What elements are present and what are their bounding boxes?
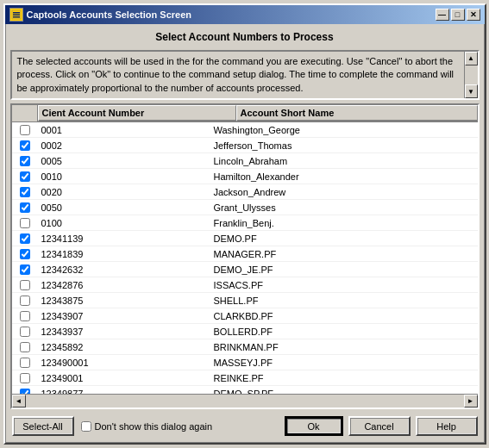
- svg-rect-1: [13, 12, 20, 14]
- scroll-up-arrow[interactable]: ▲: [465, 52, 478, 65]
- table-row[interactable]: 12341839MANAGER.PF: [12, 246, 478, 262]
- row-account-name: Grant_Ulysses: [210, 202, 478, 213]
- row-account-number: 12341139: [38, 233, 210, 244]
- row-checkbox-cell[interactable]: [12, 296, 38, 306]
- row-checkbox[interactable]: [20, 233, 30, 244]
- row-account-name: Washington_George: [210, 125, 478, 135]
- row-checkbox[interactable]: [20, 358, 30, 368]
- row-checkbox[interactable]: [20, 249, 30, 259]
- row-checkbox[interactable]: [20, 125, 30, 135]
- table-row[interactable]: 12343875SHELL.PF: [12, 293, 478, 308]
- table-row[interactable]: 12343937BOLLERD.PF: [12, 324, 478, 339]
- row-account-name: CLARKBD.PF: [210, 311, 478, 321]
- table-row[interactable]: 12345892BRINKMAN.PF: [12, 339, 478, 355]
- row-account-number: 0050: [38, 202, 210, 213]
- dont-show-text: Don't show this dialog again: [95, 421, 213, 432]
- maximize-button[interactable]: □: [451, 9, 465, 21]
- row-checkbox[interactable]: [20, 327, 30, 337]
- row-account-name: Jackson_Andrew: [210, 187, 478, 197]
- row-checkbox-cell[interactable]: [12, 264, 38, 275]
- table-row[interactable]: 0005Lincoln_Abraham: [12, 153, 478, 169]
- row-checkbox[interactable]: [20, 171, 30, 182]
- table-row[interactable]: 12342876ISSACS.PF: [12, 277, 478, 293]
- footer: Select-All Don't show this dialog again …: [10, 413, 480, 438]
- row-account-number: 12342632: [38, 264, 210, 275]
- row-checkbox-cell[interactable]: [12, 202, 38, 213]
- info-panel: The selected accounts will be used in th…: [10, 50, 480, 100]
- row-account-name: DEMO.PF: [210, 233, 478, 244]
- row-checkbox[interactable]: [20, 140, 30, 151]
- table-row[interactable]: 0001Washington_George: [12, 122, 478, 138]
- dont-show-label[interactable]: Don't show this dialog again: [81, 421, 213, 432]
- close-button[interactable]: ✕: [467, 9, 480, 21]
- col-header-name[interactable]: Account Short Name: [236, 105, 478, 121]
- row-checkbox[interactable]: [20, 202, 30, 213]
- row-checkbox-cell[interactable]: [12, 125, 38, 135]
- dont-show-checkbox[interactable]: [81, 421, 91, 432]
- row-checkbox[interactable]: [20, 311, 30, 321]
- list-header: Cient Account Number Account Short Name: [12, 105, 478, 122]
- row-account-number: 123490001: [38, 358, 210, 368]
- row-checkbox[interactable]: [20, 218, 30, 228]
- svg-rect-3: [13, 16, 20, 18]
- accounts-list-scroll[interactable]: 0001Washington_George0002Jefferson_Thoma…: [12, 122, 478, 394]
- table-row[interactable]: 0010Hamilton_Alexander: [12, 169, 478, 184]
- row-checkbox-cell[interactable]: [12, 249, 38, 259]
- cancel-button[interactable]: Cancel: [348, 416, 411, 436]
- table-row[interactable]: 0020Jackson_Andrew: [12, 184, 478, 200]
- horizontal-scrollbar: ◄ ►: [12, 394, 478, 408]
- row-checkbox-cell[interactable]: [12, 233, 38, 244]
- hscroll-track[interactable]: [26, 395, 464, 408]
- row-checkbox[interactable]: [20, 342, 30, 352]
- row-checkbox-cell[interactable]: [12, 358, 38, 368]
- info-text: The selected accounts will be used in th…: [17, 56, 455, 93]
- table-row[interactable]: 123490001MASSEYJ.PF: [12, 355, 478, 370]
- window-title: Captools Accounts Selection Screen: [27, 9, 192, 20]
- row-account-name: BOLLERD.PF: [210, 327, 478, 337]
- row-checkbox-cell[interactable]: [12, 280, 38, 290]
- window-icon: [9, 8, 23, 22]
- row-checkbox-cell[interactable]: [12, 171, 38, 182]
- hscroll-right-arrow[interactable]: ►: [464, 395, 478, 408]
- help-button[interactable]: Help: [416, 416, 478, 436]
- hscroll-left-arrow[interactable]: ◄: [12, 395, 26, 408]
- row-checkbox[interactable]: [20, 264, 30, 275]
- row-checkbox[interactable]: [20, 373, 30, 383]
- select-all-button[interactable]: Select-All: [12, 416, 74, 436]
- table-row[interactable]: 0002Jefferson_Thomas: [12, 138, 478, 153]
- table-row[interactable]: 12349877DEMO_SP.PF: [12, 386, 478, 394]
- row-checkbox-cell[interactable]: [12, 156, 38, 166]
- row-checkbox-cell[interactable]: [12, 187, 38, 197]
- row-account-number: 12341839: [38, 249, 210, 259]
- row-checkbox-cell[interactable]: [12, 140, 38, 151]
- window-content: Select Account Numbers to Process The se…: [5, 24, 485, 443]
- table-row[interactable]: 12343907CLARKBD.PF: [12, 308, 478, 324]
- table-row[interactable]: 0050Grant_Ulysses: [12, 200, 478, 215]
- row-account-name: Jefferson_Thomas: [210, 140, 478, 151]
- row-checkbox[interactable]: [20, 187, 30, 197]
- row-account-number: 0001: [38, 125, 210, 135]
- row-checkbox[interactable]: [20, 296, 30, 306]
- row-account-name: MASSEYJ.PF: [210, 358, 478, 368]
- col-header-account[interactable]: Cient Account Number: [38, 105, 236, 121]
- row-checkbox-cell[interactable]: [12, 311, 38, 321]
- table-row[interactable]: 0100Franklin_Benj.: [12, 215, 478, 231]
- title-bar: Captools Accounts Selection Screen — □ ✕: [5, 5, 485, 24]
- main-window: Captools Accounts Selection Screen — □ ✕…: [3, 3, 486, 445]
- row-account-name: MANAGER.PF: [210, 249, 478, 259]
- row-checkbox[interactable]: [20, 156, 30, 166]
- row-account-number: 12343907: [38, 311, 210, 321]
- row-checkbox-cell[interactable]: [12, 327, 38, 337]
- table-row[interactable]: 12342632DEMO_JE.PF: [12, 262, 478, 277]
- minimize-button[interactable]: —: [436, 9, 449, 21]
- row-account-number: 12345892: [38, 342, 210, 352]
- table-row[interactable]: 12349001REINKE.PF: [12, 370, 478, 386]
- ok-button[interactable]: Ok: [285, 416, 343, 436]
- info-panel-scrollbar: ▲ ▼: [464, 52, 478, 98]
- row-checkbox-cell[interactable]: [12, 342, 38, 352]
- row-checkbox-cell[interactable]: [12, 218, 38, 228]
- row-checkbox[interactable]: [20, 280, 30, 290]
- row-checkbox-cell[interactable]: [12, 373, 38, 383]
- table-row[interactable]: 12341139DEMO.PF: [12, 231, 478, 246]
- scroll-down-arrow[interactable]: ▼: [465, 84, 478, 98]
